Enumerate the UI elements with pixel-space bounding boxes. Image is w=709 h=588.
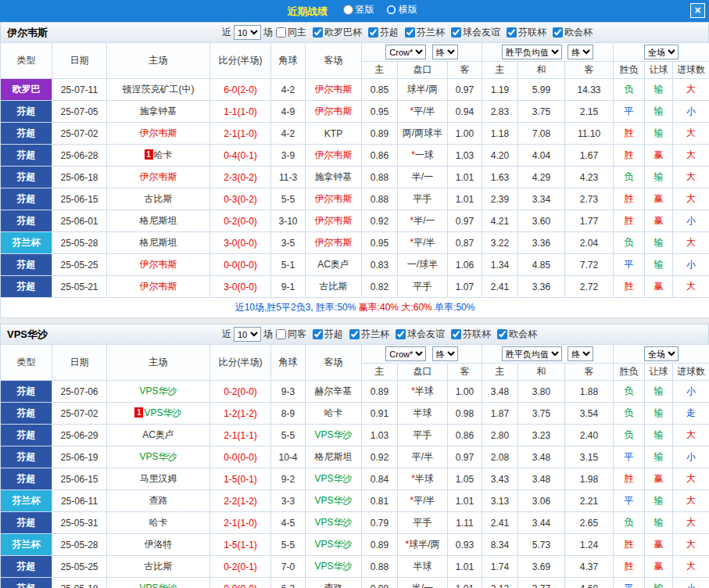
home-team: 哈卡 [107,512,210,534]
col-away: 客场 [306,43,362,79]
league-filter[interactable]: 同主 [273,26,306,39]
league-filter-label: 球会友谊 [463,26,500,39]
home-odds: 0.92 [362,446,398,468]
home-team: VPS华沙 [107,578,210,588]
match-row: 芬超25-05-25伊尔韦斯0-0(0-0)5-1AC奥卢0.83一/球半1.0… [1,254,709,276]
vertical-radio[interactable] [343,5,353,15]
match-score: 0-0(0-0) [210,578,271,588]
league-filter-checkbox[interactable] [349,329,360,339]
odds-company-select[interactable]: Crow* [385,346,426,361]
handicap-result: 输 [645,167,673,188]
league-filter-checkbox[interactable] [313,27,323,38]
final-avg-select[interactable]: 终 [568,45,593,59]
final-odds-select[interactable]: 终 [432,45,458,59]
league-filter-checkbox[interactable] [276,27,286,38]
scope-select[interactable]: 全场 [644,45,679,59]
handicap-result: 输 [645,512,673,534]
league-filter[interactable]: 欧会杯 [550,26,593,39]
summary-row: 近10场,胜5平2负3, 胜率:50% 赢率:40% 大:60% 单率:50% [1,298,709,318]
handicap-result: 输 [645,578,673,588]
league-filter[interactable]: 芬兰杯 [402,26,445,39]
handicap-line: *半/一 [398,210,448,232]
league-badge: 芬超 [1,556,52,578]
home-odds: 0.84 [362,468,398,490]
league-filter-checkbox[interactable] [276,329,286,339]
avg-draw-odds: 3.06 [518,490,565,512]
league-filter-label: 欧罗巴杯 [324,26,362,39]
avg-home-odds: 3.22 [482,232,518,254]
league-filter[interactable]: 球会友谊 [448,26,500,39]
league-filter-checkbox[interactable] [405,27,415,38]
league-filter-label: 芬超 [324,328,343,341]
col-type: 类型 [1,345,52,381]
league-filter[interactable]: 芬联杯 [503,26,546,39]
league-filter-checkbox[interactable] [451,329,461,339]
odds-company-select[interactable]: Crow* [385,45,426,59]
home-team: 古比斯 [107,556,210,578]
scope-select[interactable]: 全场 [644,346,679,361]
avg-home-odds: 2.83 [482,101,518,123]
handicap-line: 半/一 [398,167,448,188]
away-team: 伊尔韦斯 [306,188,362,210]
league-filter[interactable]: 芬联杯 [448,328,491,341]
section-divider [0,318,709,324]
horizontal-radio[interactable] [386,5,396,15]
avg-home-odds: 4.20 [482,145,518,167]
layout-vertical-option[interactable]: 竖版 [343,3,374,16]
match-date: 25-05-28 [52,534,107,556]
league-filter-label: 芬联杯 [518,26,546,39]
league-filter[interactable]: 球会友谊 [392,328,445,341]
away-odds: 1.01 [448,167,482,188]
away-odds: 1.00 [448,381,482,403]
league-filter[interactable]: 芬超 [365,26,399,39]
handicap-line: *半球 [398,381,448,403]
league-filter-checkbox[interactable] [396,329,406,339]
summary-segment: 赢率:40% [359,302,402,313]
col-goals: 进球数 [673,62,709,79]
avg-odds-select[interactable]: 胜平负均值 [502,346,562,361]
vertical-label: 竖版 [356,3,374,16]
away-odds: 0.97 [448,446,482,468]
league-filter-checkbox[interactable] [368,27,378,38]
league-filter[interactable]: 同客 [273,328,306,341]
matches-unit-label: 场 [263,328,273,341]
league-filter-checkbox[interactable] [313,329,323,339]
layout-horizontal-option[interactable]: 横版 [386,3,417,16]
avg-away-odds: 2.73 [565,188,614,210]
handicap-odds-group: Crow* 终 [362,43,482,62]
league-filter-checkbox[interactable] [451,27,461,38]
match-score: 3-0(0-0) [210,232,271,254]
final-odds-select[interactable]: 终 [432,346,458,361]
match-score: 1-5(0-1) [210,468,271,490]
league-filter[interactable]: 欧会杯 [494,328,537,341]
league-filter[interactable]: 欧罗巴杯 [310,26,362,39]
league-filter-checkbox[interactable] [553,27,563,38]
league-filter-checkbox[interactable] [507,27,517,38]
match-date: 25-05-18 [52,578,107,588]
match-score: 0-3(0-2) [210,188,271,210]
red-card-badge: 1 [145,149,153,160]
handicap-line: *球半/两 [398,534,448,556]
avg-home-odds: 2.41 [482,276,518,298]
final-avg-select[interactable]: 终 [568,346,593,361]
horizontal-label: 横版 [399,3,417,16]
league-badge: 芬兰杯 [1,490,52,512]
match-score: 0-4(0-1) [210,145,271,167]
wdl-result: 胜 [614,534,645,556]
wdl-result: 负 [614,79,645,101]
league-filter[interactable]: 芬兰杯 [346,328,389,341]
league-filter-checkbox[interactable] [497,329,507,339]
league-badge: 芬超 [1,512,52,534]
recent-count-select[interactable]: 10 [234,25,261,40]
league-badge: 芬超 [1,276,52,298]
home-odds: 0.83 [362,254,398,276]
league-filter[interactable]: 芬超 [310,328,343,341]
corner-score: 10-4 [271,446,306,468]
col-date: 日期 [52,43,107,79]
home-odds: 0.89 [362,123,398,145]
col-handicap: 盘口 [398,364,448,381]
close-icon[interactable]: × [690,3,705,18]
recent-count-select[interactable]: 10 [234,327,261,342]
handicap-line: 半/一 [398,578,448,588]
avg-odds-select[interactable]: 胜平负均值 [502,45,562,59]
